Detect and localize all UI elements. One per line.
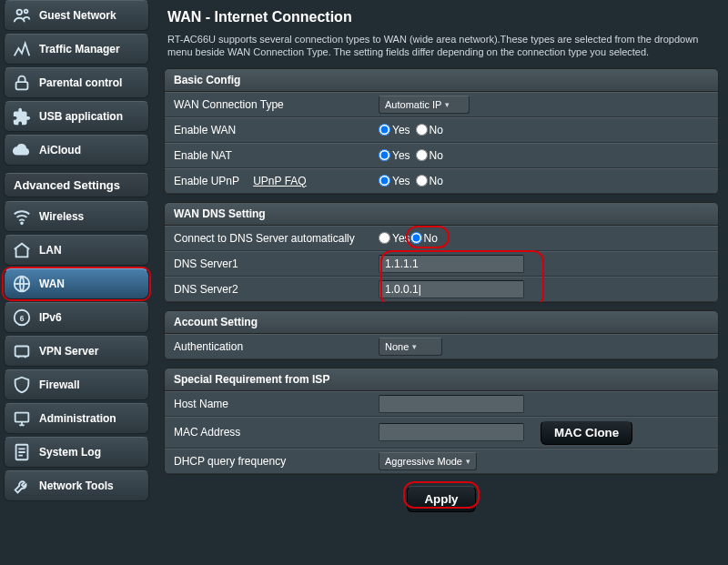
puzzle-icon bbox=[12, 106, 32, 126]
label-enable-wan: Enable WAN bbox=[174, 124, 379, 136]
admin-icon bbox=[12, 409, 32, 429]
label-enable-upnp: Enable UPnP UPnP FAQ bbox=[174, 175, 379, 187]
svg-point-1 bbox=[25, 10, 28, 14]
sidebar-item-firewall[interactable]: Firewall bbox=[4, 369, 149, 400]
sidebar-item-label: IPv6 bbox=[39, 311, 62, 324]
sidebar-item-label: Administration bbox=[39, 412, 116, 425]
label-hostname: Host Name bbox=[174, 398, 379, 410]
globe-icon bbox=[12, 274, 32, 294]
cloud-icon bbox=[12, 140, 32, 160]
sidebar-item-lan[interactable]: LAN bbox=[4, 235, 149, 266]
label-dns1: DNS Server1 bbox=[174, 257, 379, 270]
sidebar-item-label: VPN Server bbox=[39, 345, 98, 358]
page-description: RT-AC66U supports several connection typ… bbox=[167, 33, 715, 59]
panel-header: Special Requirement from ISP bbox=[165, 368, 718, 391]
sidebar-item-label: WAN bbox=[39, 277, 65, 290]
panel-header: Basic Config bbox=[165, 69, 718, 92]
sidebar-item-wan[interactable]: WAN bbox=[4, 268, 149, 299]
sidebar-item-label: Wireless bbox=[39, 210, 84, 223]
sidebar: Guest Network Traffic Manager Parental c… bbox=[0, 0, 153, 565]
dns-auto-no[interactable] bbox=[410, 232, 422, 244]
lock-icon bbox=[12, 73, 32, 93]
tools-icon bbox=[12, 476, 32, 496]
label-auth: Authentication bbox=[174, 340, 379, 353]
mac-input[interactable] bbox=[379, 423, 524, 441]
dns-auto-yes[interactable] bbox=[379, 232, 390, 244]
label-dns-auto: Connect to DNS Server automatically bbox=[174, 232, 379, 245]
sidebar-item-parental-control[interactable]: Parental control bbox=[4, 67, 149, 98]
sidebar-item-vpn-server[interactable]: VPN Server bbox=[4, 336, 149, 367]
panel-header: Account Setting bbox=[165, 311, 718, 334]
svg-point-0 bbox=[17, 10, 23, 15]
sidebar-item-label: LAN bbox=[39, 244, 62, 257]
panel-basic-config: Basic Config WAN Connection Type Automat… bbox=[164, 68, 719, 195]
sidebar-item-label: USB application bbox=[39, 110, 123, 123]
hostname-input[interactable] bbox=[379, 395, 524, 413]
svg-point-3 bbox=[21, 222, 23, 224]
sidebar-item-label: System Log bbox=[39, 446, 101, 459]
vpn-icon bbox=[12, 341, 32, 361]
enable-nat-no[interactable] bbox=[416, 149, 428, 161]
enable-upnp-yes[interactable] bbox=[379, 175, 390, 187]
home-icon bbox=[12, 240, 32, 260]
sidebar-item-label: Parental control bbox=[39, 76, 122, 89]
panel-header: WAN DNS Setting bbox=[165, 203, 718, 226]
dhcp-freq-select[interactable]: Aggressive Mode bbox=[379, 452, 477, 470]
label-mac: MAC Address bbox=[174, 426, 379, 439]
wifi-icon bbox=[12, 207, 32, 227]
sidebar-item-ipv6[interactable]: 6 IPv6 bbox=[4, 302, 149, 333]
sidebar-item-wireless[interactable]: Wireless bbox=[4, 201, 149, 232]
label-wan-type: WAN Connection Type bbox=[174, 98, 379, 111]
ipv6-icon: 6 bbox=[12, 308, 32, 328]
mac-clone-button[interactable]: MAC Clone bbox=[541, 420, 632, 445]
upnp-faq-link[interactable]: UPnP FAQ bbox=[253, 175, 306, 187]
sidebar-item-label: Network Tools bbox=[39, 479, 114, 492]
svg-rect-2 bbox=[16, 82, 28, 89]
sidebar-item-aicloud[interactable]: AiCloud bbox=[4, 135, 149, 166]
enable-upnp-no[interactable] bbox=[416, 175, 428, 187]
guest-network-icon bbox=[12, 5, 32, 25]
log-icon bbox=[12, 442, 32, 462]
auth-select[interactable]: None bbox=[379, 338, 442, 356]
sidebar-item-guest-network[interactable]: Guest Network bbox=[4, 0, 149, 31]
sidebar-item-label: Guest Network bbox=[39, 9, 116, 22]
enable-wan-yes[interactable] bbox=[379, 124, 390, 136]
panel-isp: Special Requirement from ISP Host Name M… bbox=[164, 368, 719, 475]
sidebar-item-label: Traffic Manager bbox=[39, 43, 120, 55]
svg-text:6: 6 bbox=[20, 315, 25, 323]
label-enable-nat: Enable NAT bbox=[174, 149, 379, 162]
enable-nat-yes[interactable] bbox=[379, 149, 390, 161]
main-content: WAN - Internet Connection RT-AC66U suppo… bbox=[153, 0, 728, 565]
dns1-input[interactable] bbox=[379, 255, 524, 273]
sidebar-item-usb-application[interactable]: USB application bbox=[4, 101, 149, 132]
apply-button[interactable]: Apply bbox=[407, 486, 475, 512]
sidebar-item-label: Firewall bbox=[39, 378, 80, 391]
panel-account-setting: Account Setting Authentication None bbox=[164, 310, 719, 360]
label-dns2: DNS Server2 bbox=[174, 283, 379, 296]
sidebar-item-system-log[interactable]: System Log bbox=[4, 437, 149, 468]
label-dhcp-freq: DHCP query frequency bbox=[174, 455, 379, 468]
sidebar-item-label: AiCloud bbox=[39, 144, 81, 156]
traffic-icon bbox=[12, 39, 32, 59]
sidebar-section-advanced: Advanced Settings bbox=[4, 173, 149, 197]
wan-type-select[interactable]: Automatic IP bbox=[379, 96, 470, 114]
svg-rect-7 bbox=[15, 347, 29, 357]
shield-icon bbox=[12, 375, 32, 395]
dns2-input[interactable] bbox=[379, 280, 524, 298]
page-title: WAN - Internet Connection bbox=[167, 9, 719, 25]
sidebar-item-administration[interactable]: Administration bbox=[4, 403, 149, 434]
panel-wan-dns: WAN DNS Setting Connect to DNS Server au… bbox=[164, 202, 719, 303]
svg-rect-8 bbox=[15, 413, 29, 422]
sidebar-item-traffic-manager[interactable]: Traffic Manager bbox=[4, 34, 149, 65]
sidebar-item-network-tools[interactable]: Network Tools bbox=[4, 470, 149, 501]
enable-wan-no[interactable] bbox=[416, 124, 428, 136]
